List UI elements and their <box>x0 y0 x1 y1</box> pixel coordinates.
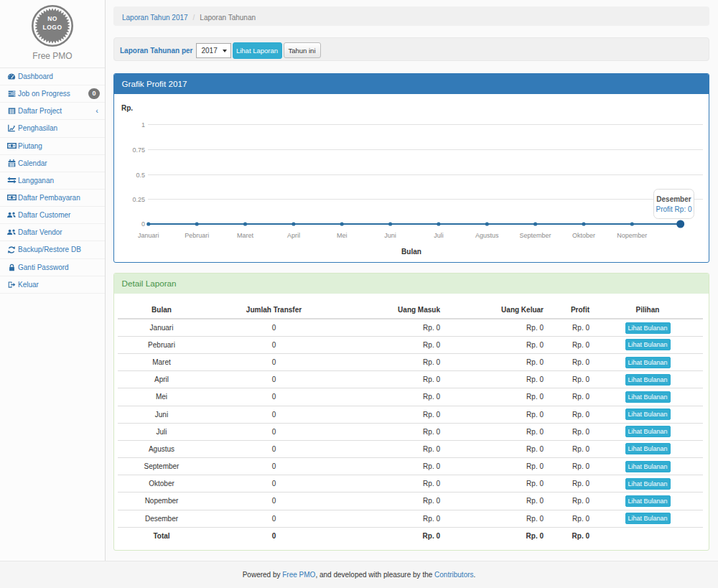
svg-text:April: April <box>287 232 300 239</box>
svg-text:Agustus: Agustus <box>475 232 499 239</box>
svg-text:0.75: 0.75 <box>132 146 145 154</box>
svg-text:Bulan: Bulan <box>401 248 421 256</box>
svg-text:Nopember: Nopember <box>617 232 647 239</box>
svg-text:NO: NO <box>47 15 57 22</box>
svg-text:September: September <box>520 232 551 239</box>
svg-text:0: 0 <box>141 220 145 228</box>
svg-text:Oktober: Oktober <box>572 232 595 239</box>
svg-text:Rp.: Rp. <box>121 104 133 112</box>
svg-text:Pebruari: Pebruari <box>185 232 209 239</box>
svg-text:Juli: Juli <box>434 232 444 239</box>
svg-text:LOGO: LOGO <box>42 24 62 31</box>
svg-text:1: 1 <box>141 121 145 129</box>
svg-text:Juni: Juni <box>384 232 396 239</box>
svg-text:Profit Rp: 0: Profit Rp: 0 <box>656 205 691 213</box>
svg-text:0.5: 0.5 <box>136 172 145 179</box>
svg-text:Maret: Maret <box>237 232 254 239</box>
svg-text:Mei: Mei <box>337 232 348 239</box>
svg-text:0.25: 0.25 <box>132 196 145 203</box>
svg-text:Desember: Desember <box>656 195 691 203</box>
svg-text:Januari: Januari <box>138 232 159 239</box>
